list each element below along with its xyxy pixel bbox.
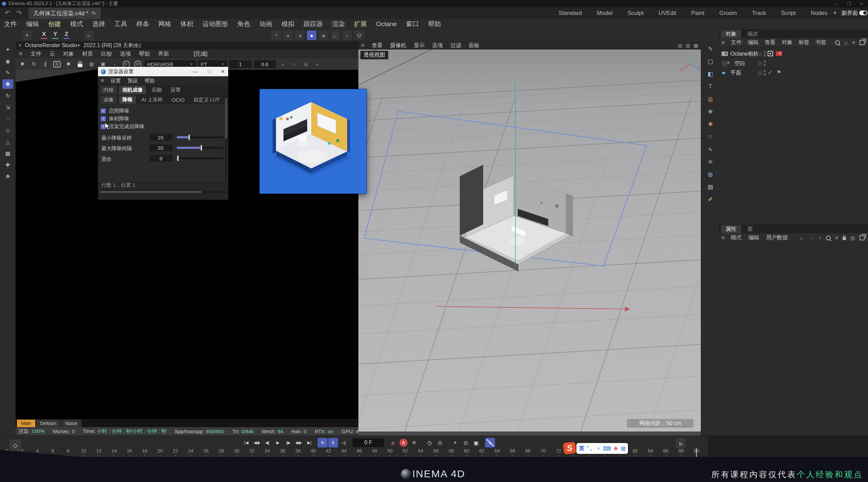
points-mode-icon[interactable]: ∴ <box>2 114 13 123</box>
spline-icon[interactable]: ∿ <box>705 144 716 154</box>
menubar-item[interactable]: 动画 <box>259 20 272 28</box>
menubar-item[interactable]: 模拟 <box>281 20 294 28</box>
octane-menu-item[interactable]: 材质 <box>82 51 93 58</box>
object-row-octane-camera[interactable]: Octane相机 <box>722 49 865 58</box>
object-row-plane[interactable]: ◆ 平面 ✓ ⚑ <box>722 68 865 77</box>
menubar-item[interactable]: 角色 <box>237 20 250 28</box>
globe-icon[interactable]: ◍ <box>705 169 716 179</box>
checkbox-icon[interactable]: ✓ <box>101 116 106 121</box>
menubar-item[interactable]: 渲染 <box>332 20 345 28</box>
perspective-viewport[interactable]: ≡ 查看摄像机显示选项过滤面板 ▤▥▦ <box>358 41 701 436</box>
visibility-dots[interactable] <box>764 70 766 77</box>
keyframe-settings-button[interactable]: ⚙ <box>409 438 419 447</box>
redo-button[interactable]: ↷ <box>16 9 22 17</box>
ui-toggle-switch[interactable] <box>859 11 867 15</box>
menubar-item[interactable]: 网格 <box>158 20 171 28</box>
object-name[interactable]: Octane相机 <box>730 51 759 58</box>
ball-preview-icon[interactable]: ● <box>313 60 322 68</box>
menubar-item[interactable]: 窗口 <box>406 20 419 28</box>
attributes-menu-item[interactable]: 用户数据 <box>766 234 788 241</box>
snap-toggle[interactable]: ∪ <box>485 438 495 447</box>
octane-menu-item[interactable]: 比较 <box>101 51 112 58</box>
goto-end-button[interactable]: ▶| <box>304 438 314 447</box>
layout-tab-uvedit[interactable]: UVEdit <box>658 10 676 17</box>
hamburger-icon[interactable]: ≡ <box>101 78 104 84</box>
dialog-menu-item[interactable]: 帮助 <box>144 78 155 84</box>
render-settings-icon[interactable]: ✱ <box>64 60 73 68</box>
ime-grid-icon[interactable]: ⊞ <box>621 445 625 452</box>
dialog-subtab-降噪[interactable]: 降噪 <box>119 96 136 104</box>
dialog-subtab-AI 上采样[interactable]: AI 上采样 <box>138 96 166 104</box>
dialog-close-button[interactable]: ✕ <box>221 69 225 74</box>
viewport-layout-2-icon[interactable]: ▥ <box>686 43 690 48</box>
viewport-menu-item[interactable]: 过滤 <box>450 42 461 49</box>
minimize-button[interactable]: ─ <box>835 1 838 6</box>
shading-sphere-2-icon[interactable]: ◖ <box>283 31 293 40</box>
layout-tab-sculpt[interactable]: Sculpt <box>628 10 644 17</box>
dialog-subtab-自定义 LUT[interactable]: 自定义 LUT <box>190 96 223 104</box>
next-key-button[interactable]: ◆▶ <box>294 438 304 447</box>
autokey-button[interactable]: A <box>399 439 408 447</box>
vertical-scrollbar[interactable] <box>225 95 227 181</box>
scale-tool-icon[interactable]: ⇲ <box>2 102 13 112</box>
home-icon[interactable]: ⌂ <box>844 40 848 45</box>
ime-toolbox-icon[interactable]: ❖ <box>613 445 618 452</box>
maximize-button[interactable]: ❐ <box>847 1 851 6</box>
lock-resolution-icon[interactable] <box>75 60 85 68</box>
mixer-icon[interactable]: ≋ <box>705 157 716 166</box>
menubar-item[interactable]: 文件 <box>4 20 17 28</box>
horizontal-scrollbar[interactable] <box>99 191 227 193</box>
shading-sphere-5-icon[interactable]: ◕ <box>319 31 328 40</box>
edges-mode-icon[interactable]: ◇ <box>2 125 13 135</box>
record-scale-toggle[interactable]: ⌖ <box>450 438 460 447</box>
octane-camera-tag-icon[interactable] <box>776 51 782 56</box>
menubar-item[interactable]: 编辑 <box>26 20 39 28</box>
enabled-check-icon[interactable]: ✓ <box>768 69 772 76</box>
grid-toggle-icon[interactable]: ▫ <box>342 31 352 40</box>
menubar-item[interactable]: 体积 <box>180 20 193 28</box>
view-filter-icon[interactable]: Ü <box>354 31 364 40</box>
dialog-subtab-成像[interactable]: 成像 <box>100 96 117 104</box>
pen-tool-icon[interactable]: ✎ <box>705 44 716 54</box>
shading-sphere-4-icon[interactable]: ● <box>307 31 316 40</box>
visibility-dots[interactable] <box>764 51 766 58</box>
dialog-menu-item[interactable]: 设置 <box>111 78 121 84</box>
layout-tab-model[interactable]: Model <box>597 10 612 17</box>
octane-titlebar[interactable]: × OctaneRender Studio+ 2022.1-[R8] (28 天… <box>16 41 358 49</box>
layout-tab-track[interactable]: Track <box>752 10 766 17</box>
dialog-minimize-button[interactable]: — <box>193 69 198 74</box>
menubar-item[interactable]: 扩展 <box>354 20 367 28</box>
ime-keyboard-icon[interactable]: ⌨ <box>603 445 611 452</box>
menubar-item[interactable]: 选择 <box>92 20 105 28</box>
restart-render-icon[interactable]: ↻ <box>29 60 39 68</box>
layout-tab-paint[interactable]: Paint <box>691 10 705 17</box>
dialog-titlebar[interactable]: 渲染器设置 —□✕ <box>98 67 228 76</box>
prev-key-button[interactable]: ◀◆ <box>252 438 262 447</box>
up-icon[interactable]: ↑ <box>819 235 822 241</box>
dialog-menu-item[interactable]: 预设 <box>127 78 138 84</box>
record-keyframe-button[interactable]: ◉ <box>388 438 398 447</box>
visibility-dots[interactable] <box>764 60 766 67</box>
menubar-item[interactable]: 工具 <box>114 20 127 28</box>
loop-toggle[interactable]: ↻ <box>318 438 328 447</box>
checkbox-row[interactable]: ✓体积降噪 <box>101 115 129 122</box>
record-param-toggle[interactable]: ⊙ <box>461 438 471 447</box>
samples-field[interactable]: 1 <box>229 60 252 68</box>
move-tool-icon[interactable]: ✥ <box>2 79 13 89</box>
volume-button[interactable]: ◁) <box>339 438 349 447</box>
viewport-menu-item[interactable]: 摄像机 <box>390 42 406 49</box>
axis-lock-x[interactable]: X <box>41 31 47 39</box>
viewport-layout-1-icon[interactable]: ▤ <box>678 43 682 48</box>
layout-tab-script[interactable]: Script <box>781 10 795 17</box>
checkbox-row[interactable]: ✓启用降噪 <box>101 107 129 114</box>
object-menu-item[interactable]: 文件 <box>731 39 742 46</box>
attributes-panel-tab-层[interactable]: 层 <box>743 225 757 233</box>
popout-icon[interactable] <box>860 235 865 240</box>
search-icon[interactable] <box>835 40 840 45</box>
new-ui-button[interactable]: 新界面 <box>842 10 858 17</box>
undo-button[interactable]: ↶ <box>5 9 11 17</box>
clay-mode-icon[interactable]: ● <box>278 60 288 68</box>
viewport-scene[interactable]: 透视视图 网格间距：50 cm Y X Z <box>358 49 701 436</box>
start-render-icon[interactable]: ✸ <box>18 60 27 68</box>
range-end-marker[interactable] <box>696 448 697 457</box>
